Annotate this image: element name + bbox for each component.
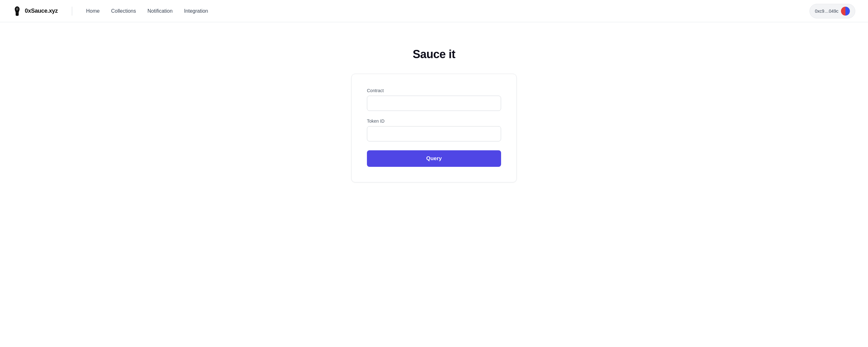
nav-left: 0xSauce.xyz Home Collections Notificatio… [13, 6, 208, 17]
nav-link-integration[interactable]: Integration [184, 8, 208, 14]
main-content: Sauce it Contract Token ID Query [0, 22, 868, 182]
logo-text: 0xSauce.xyz [25, 8, 58, 14]
page-title: Sauce it [413, 48, 455, 61]
nav-item-integration[interactable]: Integration [184, 8, 208, 14]
main-nav: Home Collections Notification Integratio… [86, 8, 208, 14]
nav-item-home[interactable]: Home [86, 8, 100, 14]
nav-link-collections[interactable]: Collections [111, 8, 136, 14]
logo-area: 0xSauce.xyz [13, 6, 58, 17]
nav-link-notification[interactable]: Notification [148, 8, 173, 14]
nav-link-home[interactable]: Home [86, 8, 100, 14]
wallet-button[interactable]: 0xc9…049c [809, 4, 855, 19]
svg-point-0 [16, 7, 19, 10]
contract-label: Contract [367, 88, 501, 93]
token-id-label: Token ID [367, 119, 501, 124]
wallet-avatar [841, 7, 850, 15]
query-button[interactable]: Query [367, 150, 501, 167]
nav-links: Home Collections Notification Integratio… [86, 8, 208, 14]
wallet-address: 0xc9…049c [815, 8, 838, 14]
form-card: Contract Token ID Query [351, 74, 517, 182]
logo-icon [13, 6, 22, 17]
token-id-input[interactable] [367, 126, 501, 141]
nav-item-notification[interactable]: Notification [148, 8, 173, 14]
token-id-group: Token ID [367, 119, 501, 141]
contract-input[interactable] [367, 96, 501, 111]
navbar: 0xSauce.xyz Home Collections Notificatio… [0, 0, 868, 22]
nav-item-collections[interactable]: Collections [111, 8, 136, 14]
nav-divider [72, 7, 72, 15]
contract-group: Contract [367, 88, 501, 111]
